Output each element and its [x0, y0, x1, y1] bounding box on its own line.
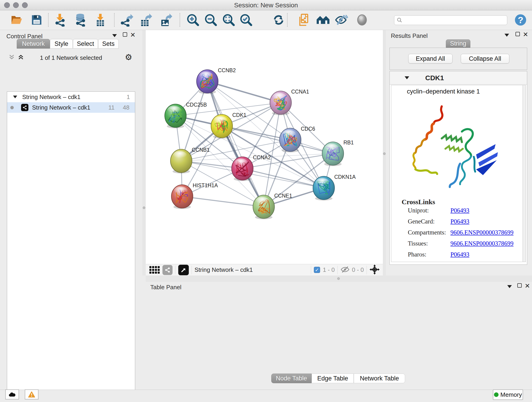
table-panel-title: Table Panel: [150, 284, 181, 291]
cloud-status-button[interactable]: [5, 389, 19, 400]
gene-description: cyclin–dependent kinase 1: [407, 88, 480, 95]
home-icon[interactable]: [316, 13, 330, 27]
import-table-icon[interactable]: [93, 13, 108, 27]
network-edge-CCNB2-CCNA1[interactable]: [207, 81, 281, 103]
gene-expander-icon[interactable]: [405, 76, 409, 79]
collapse-all-button[interactable]: Collapse All: [461, 54, 509, 64]
selected-indicator-checkbox[interactable]: ✓: [314, 267, 320, 273]
collapse-panel-icon[interactable]: [112, 34, 117, 37]
export-network-icon[interactable]: [120, 13, 134, 27]
network-collection-row[interactable]: String Network – cdk1 1: [7, 92, 135, 102]
tab-select[interactable]: Select: [73, 39, 98, 49]
crosslink-label: Pharos:: [408, 251, 426, 258]
network-node-CCNA2[interactable]: CCNA2: [232, 154, 271, 181]
horizontal-splitter[interactable]: [146, 275, 532, 282]
network-node-CDK1[interactable]: CDK1: [211, 112, 246, 139]
float-panel-icon[interactable]: [123, 32, 127, 37]
close-panel-icon[interactable]: ✕: [523, 32, 528, 38]
collapse-panel-icon[interactable]: [507, 285, 512, 288]
tab-string[interactable]: String: [446, 39, 470, 48]
status-bar: Memory: [0, 390, 532, 402]
import-network-file-icon[interactable]: [53, 13, 67, 27]
expand-all-button[interactable]: Expand All: [408, 54, 452, 64]
right-splitter[interactable]: [383, 30, 386, 275]
crosslink-pharos-link[interactable]: P06493: [450, 251, 469, 258]
tab-node-table[interactable]: Node Table: [271, 374, 312, 383]
crosslink-uniprot-link[interactable]: P06493: [450, 207, 469, 214]
horizontal-splitter-handle[interactable]: [337, 277, 340, 280]
cloud-icon: [8, 391, 16, 397]
tree-expander-icon[interactable]: [13, 96, 17, 98]
left-splitter-handle[interactable]: [143, 206, 145, 209]
card-scrollbar[interactable]: [523, 85, 526, 262]
tab-edge-table[interactable]: Edge Table: [312, 374, 354, 383]
network-node-CCNE1[interactable]: CCNE1: [253, 193, 292, 219]
results-panel-title: Results Panel: [391, 32, 428, 39]
tab-network[interactable]: Network: [17, 39, 50, 49]
export-image-icon[interactable]: [158, 13, 173, 27]
network-row-selected[interactable]: String Network – cdk1 11 48: [7, 102, 135, 113]
help-icon[interactable]: ?: [513, 13, 528, 27]
network-edge-CCNA2-CDKN1A[interactable]: [242, 168, 324, 188]
network-type-badge-icon[interactable]: [162, 265, 172, 275]
network-node-CCNB1[interactable]: CCNB1: [171, 147, 210, 173]
tab-network-table[interactable]: Network Table: [354, 374, 405, 383]
zoom-selected-icon[interactable]: [239, 13, 253, 27]
network-edge-HIST1H1A-CCNE1[interactable]: [182, 196, 264, 207]
tab-style[interactable]: Style: [50, 39, 73, 49]
share-document-icon[interactable]: [297, 13, 312, 27]
network-options-gear-icon[interactable]: ⚙: [125, 52, 132, 62]
hidden-eye-icon[interactable]: [341, 266, 350, 274]
network-view-title: String Network – cdk1: [195, 266, 253, 274]
memory-button[interactable]: Memory: [493, 389, 523, 400]
window-title: Session: New Session: [0, 2, 532, 9]
crosslink-label: Uniprot:: [408, 207, 429, 214]
network-canvas[interactable]: CCNB2CCNA1CDC25BCDK1CDC6RB1CCNB1CCNA2CDK…: [146, 30, 383, 264]
hide-graphics-icon[interactable]: [334, 13, 349, 27]
left-splitter[interactable]: [142, 30, 146, 275]
footer-separator: [191, 266, 192, 274]
network-node-RB1[interactable]: RB1: [322, 140, 354, 166]
main-toolbar: ?: [0, 10, 532, 30]
export-table-icon[interactable]: [138, 13, 153, 27]
import-network-database-icon[interactable]: [73, 13, 88, 27]
collapse-panel-icon[interactable]: [505, 34, 509, 37]
float-panel-icon[interactable]: [517, 283, 522, 288]
warnings-button[interactable]: [25, 389, 38, 400]
network-node-label: CCNA1: [291, 89, 309, 95]
selected-node-edge-counts: 1 - 0: [323, 266, 335, 274]
float-panel-icon[interactable]: [515, 32, 520, 36]
crosslink-compartments-link[interactable]: 9606.ENSP00000378699: [450, 229, 513, 236]
grid-view-icon[interactable]: [149, 266, 160, 274]
right-splitter-handle[interactable]: [383, 153, 386, 155]
gene-header-row[interactable]: CDK1: [390, 71, 527, 85]
zoom-in-icon[interactable]: [186, 13, 200, 27]
network-node-CCNB2[interactable]: CCNB2: [196, 67, 236, 94]
show-graphics-details-icon[interactable]: [355, 13, 369, 27]
toolbar-separator: [114, 13, 114, 27]
gene-card: cyclin–dependent kinase 1: [391, 85, 526, 262]
network-node-label: CCNB2: [218, 67, 236, 73]
open-session-icon[interactable]: [9, 13, 24, 27]
network-node-label: CDK1: [232, 112, 246, 118]
crosslink-genecard-link[interactable]: P06493: [450, 218, 469, 225]
network-node-HIST1H1A[interactable]: HIST1H1A: [171, 182, 218, 209]
birds-eye-view-icon[interactable]: [178, 265, 189, 275]
network-node-CDC6[interactable]: CDC6: [279, 126, 315, 153]
crosslink-tissues-link[interactable]: 9606.ENSP00000378699: [450, 240, 513, 247]
tab-sets[interactable]: Sets: [98, 39, 119, 49]
search-input[interactable]: [404, 16, 507, 24]
network-node-CDKN1A[interactable]: CDKN1A: [313, 174, 356, 201]
close-panel-icon[interactable]: ✕: [130, 32, 135, 38]
zoom-fit-icon[interactable]: [221, 13, 236, 27]
refresh-icon[interactable]: [271, 13, 286, 27]
zoom-out-icon[interactable]: [203, 13, 218, 27]
save-session-icon[interactable]: [29, 13, 44, 27]
network-node-CDC25B[interactable]: CDC25B: [165, 102, 207, 128]
crosslink-label: Compartments:: [408, 229, 446, 236]
center-view-crosshair-icon[interactable]: [370, 264, 380, 275]
collection-label: String Network – cdk1: [22, 94, 127, 101]
network-edge-count: 48: [123, 104, 129, 111]
hidden-node-edge-counts: 0 - 0: [352, 266, 364, 274]
close-panel-icon[interactable]: ✕: [525, 283, 530, 289]
